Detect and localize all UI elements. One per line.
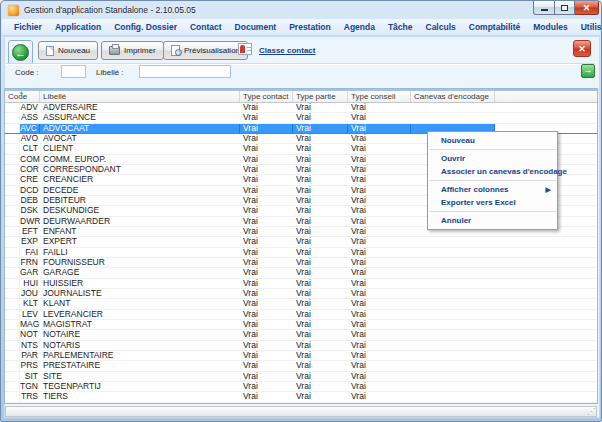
table-row-trs[interactable]: TRSTIERSVraiVraiVrai: [5, 392, 597, 402]
cell: [5, 206, 20, 215]
column-header-type-contact[interactable]: Type contact: [240, 91, 293, 102]
cell: [495, 289, 597, 298]
cell: Vrai: [293, 144, 348, 153]
menu-item-application[interactable]: Application: [55, 22, 101, 32]
context-menu-item-afficher-colonnes[interactable]: Afficher colonnes▶: [428, 183, 557, 196]
cell: Vrai: [293, 248, 348, 257]
cell: Vrai: [293, 237, 348, 246]
cell: Vrai: [348, 144, 411, 153]
context-menu-item-associer-un-canevas-d-encodage[interactable]: Associer un canevas d'encodage: [428, 165, 557, 178]
cell: Vrai: [348, 279, 411, 288]
table-row-lev[interactable]: LEVLEVERANCIERVraiVraiVrai: [5, 310, 597, 320]
menu-item-utilisateur[interactable]: Utilisateur: [581, 22, 602, 32]
back-button[interactable]: ←: [8, 40, 33, 65]
table-row-prs[interactable]: PRSPRESTATAIREVraiVraiVrai: [5, 361, 597, 371]
code-input[interactable]: [61, 65, 86, 78]
menu-item-prestation[interactable]: Prestation: [289, 22, 331, 32]
cell: Vrai: [240, 196, 293, 205]
menu-item-fichier[interactable]: Fichier: [14, 22, 42, 32]
cell: [5, 361, 20, 370]
table-row-sit[interactable]: SITSITEVraiVraiVrai: [5, 372, 597, 382]
classe-contact-link[interactable]: Classe contact: [259, 46, 315, 55]
cell: Vrai: [240, 372, 293, 381]
cell: [5, 372, 20, 381]
menu-item-calculs[interactable]: Calculs: [426, 22, 456, 32]
column-header-type-partie[interactable]: Type partie: [293, 91, 348, 102]
column-header-code[interactable]: Code▲: [5, 91, 40, 102]
cell: Vrai: [293, 341, 348, 350]
table-row-gar[interactable]: GARGARAGEVraiVraiVrai: [5, 268, 597, 278]
column-header-libell-[interactable]: Libellé: [40, 91, 240, 102]
cell: [411, 248, 495, 257]
menu-item-document[interactable]: Document: [235, 22, 277, 32]
cell: [411, 341, 495, 350]
maximize-button[interactable]: [555, 1, 575, 15]
cell: [5, 124, 20, 133]
table-row-frn[interactable]: FRNFOURNISSEURVraiVraiVrai: [5, 258, 597, 268]
previsualisation-button[interactable]: Prévisualisation: [163, 41, 248, 60]
table-row-ass[interactable]: ASSASSURANCEVraiVraiVrai: [5, 113, 597, 123]
sort-indicator-icon: ▲: [19, 91, 24, 95]
libelle-input[interactable]: [139, 65, 231, 78]
cell: AVOCAT: [40, 134, 240, 143]
nouveau-button[interactable]: Nouveau: [38, 41, 98, 60]
cell: ADV: [20, 103, 40, 112]
context-menu-item-ouvrir[interactable]: Ouvrir: [428, 152, 557, 165]
cell: Vrai: [240, 248, 293, 257]
table-row-hui[interactable]: HUIHUISSIERVraiVraiVrai: [5, 279, 597, 289]
menu-bar: FichierApplicationConfig. DossierContact…: [2, 19, 600, 36]
table-row-exp[interactable]: EXPEXPERTVraiVraiVrai: [5, 237, 597, 247]
close-button[interactable]: ✕: [575, 1, 599, 15]
resize-grip-icon[interactable]: ⋰: [587, 408, 595, 416]
cell: [495, 330, 597, 339]
minimize-button[interactable]: [533, 1, 555, 15]
cell: [495, 392, 597, 401]
cell: EFT: [20, 227, 40, 236]
context-menu-item-annuler[interactable]: Annuler: [428, 214, 557, 227]
cell: ASSURANCE: [40, 113, 240, 122]
cell: [495, 372, 597, 381]
list-line: [247, 47, 251, 48]
table-row-nts[interactable]: NTSNOTARISVraiVraiVrai: [5, 341, 597, 351]
cell: ENFANT: [40, 227, 240, 236]
cell: Vrai: [240, 124, 293, 133]
cell: [5, 134, 20, 143]
context-menu-item-nouveau[interactable]: Nouveau: [428, 134, 557, 147]
cell: Vrai: [348, 289, 411, 298]
table-row-mag[interactable]: MAGMAGISTRATVraiVraiVrai: [5, 320, 597, 330]
imprimer-button[interactable]: Imprimer: [101, 41, 164, 60]
table-row-fai[interactable]: FAIFAILLIVraiVraiVrai: [5, 248, 597, 258]
cell: Vrai: [293, 372, 348, 381]
table-row-jou[interactable]: JOUJOURNALISTEVraiVraiVrai: [5, 289, 597, 299]
cell: Vrai: [240, 144, 293, 153]
cell: NOT: [20, 330, 40, 339]
contact-class-icon: [238, 43, 252, 55]
cell: [495, 268, 597, 277]
column-header-type-conseil[interactable]: Type conseil: [348, 91, 411, 102]
menu-item-comptabilit-[interactable]: Comptabilité: [469, 22, 520, 32]
menu-item-contact[interactable]: Contact: [190, 22, 222, 32]
cell: CORRESPONDANT: [40, 165, 240, 174]
menu-item-modules[interactable]: Modules: [533, 22, 567, 32]
cell: CRE: [20, 175, 40, 184]
cell: DEB: [20, 196, 40, 205]
libelle-label: Libellé :: [96, 68, 124, 77]
cell: Vrai: [348, 341, 411, 350]
cell: Vrai: [293, 330, 348, 339]
cell: Vrai: [348, 392, 411, 401]
menu-item-agenda[interactable]: Agenda: [344, 22, 375, 32]
table-row-klt[interactable]: KLTKLANTVraiVraiVrai: [5, 299, 597, 309]
context-menu-item-exporter-vers-excel[interactable]: Exporter vers Excel: [428, 196, 557, 209]
cell: Vrai: [293, 113, 348, 122]
column-header-canevas-d-encodage[interactable]: Canevas d'encodage: [411, 91, 495, 102]
cell: [495, 258, 597, 267]
cell: [411, 113, 495, 122]
table-row-tgn[interactable]: TGNTEGENPARTIJVraiVraiVrai: [5, 382, 597, 392]
table-row-par[interactable]: PARPARLEMENTAIREVraiVraiVrai: [5, 351, 597, 361]
go-button[interactable]: →: [581, 64, 595, 78]
menu-item-config-dossier[interactable]: Config. Dossier: [114, 22, 177, 32]
menu-item-t-che[interactable]: Tâche: [388, 22, 413, 32]
table-row-not[interactable]: NOTNOTAIREVraiVraiVrai: [5, 330, 597, 340]
table-row-adv[interactable]: ADVADVERSAIREVraiVraiVrai: [5, 103, 597, 113]
close-panel-button[interactable]: ✕: [573, 40, 591, 57]
